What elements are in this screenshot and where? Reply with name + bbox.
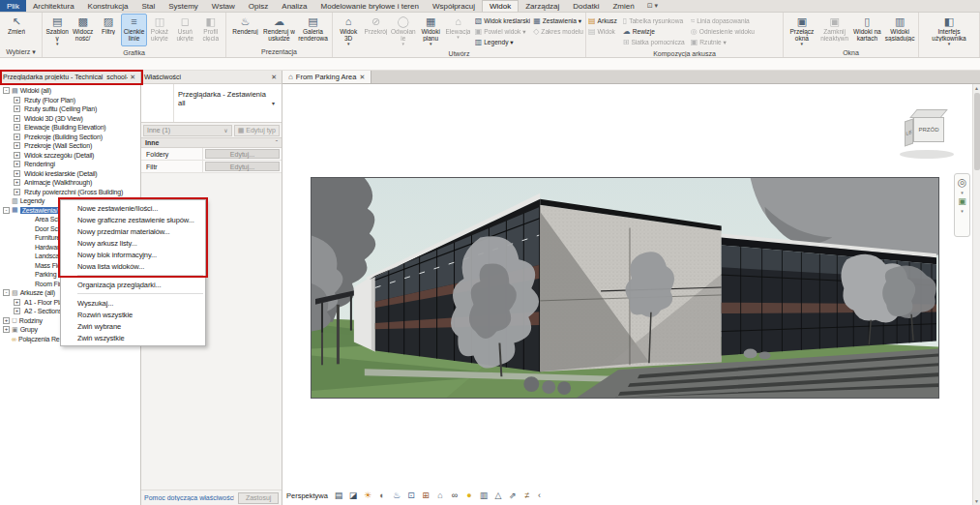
tree-item[interactable]: + Renderingi [0,160,140,169]
context-menu-item[interactable]: Nowe zestawienie/Ilości... [61,202,205,214]
tree-expand-toggle[interactable] [24,225,31,232]
drawing-area[interactable]: ⌂ From Parking Area ✕ [282,71,980,505]
tab-views-button[interactable]: ▯ Widoki na kartach [851,14,884,46]
filters-button[interactable]: ▨ Filtry [96,14,121,46]
detail-level-icon[interactable]: ▤ [333,490,344,501]
steering-wheel-icon[interactable]: ◎ [958,177,967,188]
tree-item[interactable]: + Przekroje (Wall Section) [0,141,140,151]
tree-expand-toggle[interactable]: + [14,115,20,122]
reveal-hidden-icon[interactable]: ● [463,490,475,501]
tree-expand-toggle[interactable] [24,271,31,278]
section-header-other[interactable]: Inne ˆ [141,137,282,148]
tree-expand-toggle[interactable]: + [14,308,20,314]
ribbon-tab[interactable]: Architektura [26,0,81,12]
view-button[interactable]: ▤ Widok [588,26,617,37]
zoom-icon[interactable]: ▣ [958,197,966,206]
context-menu-item[interactable] [77,275,203,276]
legends-button[interactable]: ▥ Legendy ▾ [475,37,531,47]
tree-expand-toggle[interactable]: + [3,326,10,333]
chevron-down-icon[interactable]: ▾ [961,190,964,195]
edit-type-button[interactable]: ▦ Edytuj typ [234,125,280,136]
ribbon-tab[interactable]: Plik [0,0,26,12]
context-menu-item[interactable]: Zwiń wybrane [61,320,205,332]
tree-item[interactable]: + Rzuty (Floor Plan) [0,96,140,105]
tree-expand-toggle[interactable] [3,197,10,204]
render-gallery-button[interactable]: ▤ Galeria renderowania [296,14,330,45]
view-tab[interactable]: ⌂ From Parking Area ✕ [282,71,371,83]
scrollbar-thumb[interactable] [974,93,980,170]
hide-isolate-icon[interactable]: ∞ [449,490,460,501]
ribbon-tab[interactable]: Dodatki [566,0,606,12]
tree-item[interactable]: + Elewacje (Building Elevation) [0,123,140,133]
close-icon[interactable]: ✕ [359,74,365,81]
close-icon[interactable]: ✕ [128,74,137,81]
scope-box-button[interactable]: ◇ Zakres modelu [533,26,583,37]
tree-expand-toggle[interactable]: - [3,289,10,296]
matchline-button[interactable]: ≈ Linia dopasowania [691,15,755,26]
render-dialog-icon[interactable]: ♨ [391,490,402,501]
viewcube-front-face[interactable]: PRZÓD [913,117,944,142]
viewcube-left-face[interactable]: LE [905,119,913,147]
tree-expand-toggle[interactable] [3,336,10,342]
chevron-down-icon[interactable]: ▾ [272,84,282,122]
chevron-down-icon[interactable]: ▾ [961,208,964,214]
close-icon[interactable]: ✕ [269,74,279,81]
callout-button[interactable]: ◯ Odwołanie ▾ [390,14,417,47]
analytical-model-icon[interactable]: △ [492,490,504,501]
modify-button[interactable]: ↖ Zmień [2,14,31,45]
context-menu-item[interactable] [77,293,203,294]
tree-expand-toggle[interactable] [24,244,31,251]
section-button[interactable]: ⊘ Przekrój [362,14,389,47]
ribbon-tab[interactable]: Stal [134,0,162,12]
viewports-button[interactable]: ▣ Rzutnie ▾ [691,37,755,47]
sun-path-icon[interactable]: ☀ [362,490,373,501]
reveal-constraints-icon[interactable]: ≠ [521,490,533,501]
lock-3d-view-icon[interactable]: ⌂ [434,490,446,501]
tree-expand-toggle[interactable] [24,234,31,241]
show-crop-icon[interactable]: ⊞ [420,490,431,501]
view-templates-button[interactable]: ▤ Szablony widoku ▾ [45,14,70,46]
thin-lines-button[interactable]: ≡ Cienkie linie [121,14,146,46]
ribbon-tab[interactable]: Zarządzaj [519,0,566,12]
tree-item[interactable]: + Widoki 3D (3D View) [0,114,140,124]
remove-hidden-lines-button[interactable]: ◻ Usuń ukryte linie [172,14,197,46]
ribbon-tab[interactable]: Opisz [242,0,275,12]
context-menu-item[interactable]: Nowy blok informacyjny... [61,249,205,260]
guide-grid-button[interactable]: ⊞ Siatka pomocnicza [623,37,685,47]
tree-expand-toggle[interactable] [24,281,31,287]
tree-item[interactable]: - ▤ Widoki (all) [0,86,140,96]
apply-button[interactable]: Zastosuj [238,492,279,504]
tree-expand-toggle[interactable]: + [14,105,20,112]
tree-expand-toggle[interactable] [24,216,31,223]
ribbon-tab[interactable]: Widok [482,0,519,12]
render-button[interactable]: ♨ Renderuj [228,14,262,45]
switch-windows-button[interactable]: ▣ Przełącz okna ▾ [786,14,818,46]
schedules-button[interactable]: ▦ Zestawienia ▾ [533,15,583,26]
viewcube[interactable]: LE PRZÓD [900,107,956,163]
project-browser-header[interactable]: Przeglądarka projektu - Technical_school… [0,71,140,84]
section-jump-icon[interactable]: ˆ [276,139,278,146]
context-menu-item[interactable]: Organizacja przeglądarki... [61,279,205,290]
visual-style-icon[interactable]: ◪ [347,490,359,501]
drafting-view-button[interactable]: ▧ Widok kreślarski [475,15,531,26]
user-interface-button[interactable]: ◧ Interfejs użytkownika ▾ [925,14,973,46]
context-menu-item[interactable]: Wyszukaj... [61,297,205,309]
crop-view-icon[interactable]: ⊡ [405,490,417,501]
visibility-graphics-button[interactable]: ▩ Widoczność/ Grafika [70,14,95,46]
group-label-select[interactable]: Wybierz ▾ [0,46,42,57]
tree-expand-toggle[interactable]: + [14,299,20,306]
tree-expand-toggle[interactable]: + [14,124,20,131]
scroll-down-icon[interactable]: ▼ [974,497,979,505]
tree-expand-toggle[interactable] [24,262,31,269]
view-reference-button[interactable]: ◎ Odniesienie widoku [691,26,755,37]
render-in-cloud-button[interactable]: ☁ Renderuj w usłudze Cloud [262,14,296,45]
context-menu-item[interactable]: Nowe graficzne zestawienie słupów... [61,214,205,225]
context-menu-item[interactable]: Rozwiń wszystkie [61,309,205,320]
ribbon-tab[interactable]: Wstaw [205,0,242,12]
scroll-up-icon[interactable]: ▲ [974,84,979,92]
ribbon-tab[interactable]: Konstrukcja [81,0,135,12]
tree-expand-toggle[interactable]: + [14,161,20,167]
context-menu-item[interactable]: Nowy arkusz listy... [61,237,205,249]
context-menu-item[interactable]: Nowa lista widoków... [61,260,205,272]
ribbon-tab[interactable]: Modelowanie bryłowe i teren [314,0,426,12]
